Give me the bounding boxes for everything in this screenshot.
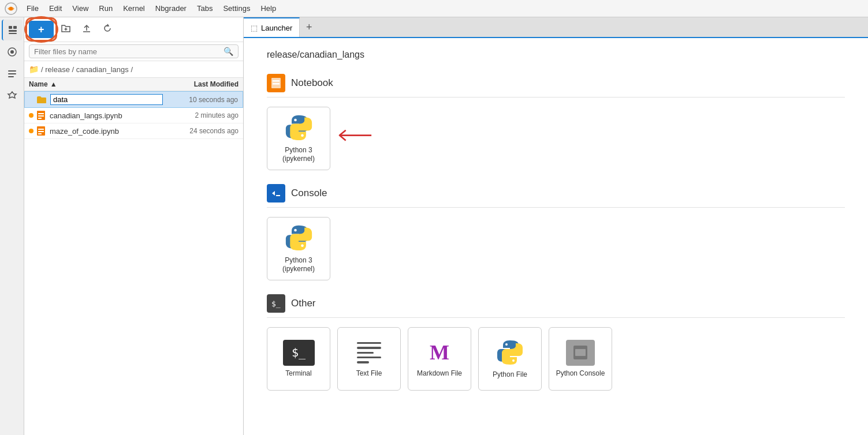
file-panel: + xyxy=(24,17,244,435)
notebook-python3-label: Python 3 (ipykernel) xyxy=(273,146,324,164)
notebook-section-header: Notebook xyxy=(267,74,845,97)
console-python3-card[interactable]: Python 3 (ipykernel) xyxy=(267,217,330,280)
new-button[interactable]: + xyxy=(29,21,54,38)
file-name: maze_of_code.ipynb xyxy=(50,127,163,136)
file-dot xyxy=(29,129,33,133)
arrow-container: Python 3 (ipykernel) xyxy=(267,107,330,170)
launcher-path: release/canadian_langs xyxy=(267,50,845,60)
menu-help[interactable]: Help xyxy=(256,3,281,14)
other-cards: $_ Terminal Text File xyxy=(267,327,845,391)
terminal-card[interactable]: $_ Terminal xyxy=(267,327,330,391)
svg-point-33 xyxy=(505,343,508,346)
other-section-header: $_ Other xyxy=(267,294,845,318)
menu-nbgrader[interactable]: Nbgrader xyxy=(151,3,191,14)
new-folder-button[interactable] xyxy=(57,21,74,38)
menu-file[interactable]: File xyxy=(22,3,43,14)
menu-edit[interactable]: Edit xyxy=(44,3,66,14)
notebook-python3-card[interactable]: Python 3 (ipykernel) xyxy=(267,107,330,170)
sidebar-icons xyxy=(0,17,24,435)
python-console-icon xyxy=(566,340,595,366)
svg-rect-25 xyxy=(273,83,280,85)
svg-rect-4 xyxy=(9,33,17,34)
column-modified-header[interactable]: Last Modified xyxy=(163,80,239,88)
new-button-icon: + xyxy=(38,24,44,35)
console-section-header: Console xyxy=(267,184,845,208)
app-logo xyxy=(5,2,17,15)
file-row[interactable]: maze_of_code.ipynb 24 seconds ago xyxy=(24,123,243,139)
notebook-icon xyxy=(36,110,46,121)
upload-button[interactable] xyxy=(78,21,95,38)
notebook-kernels: Python 3 (ipykernel) xyxy=(267,107,845,170)
svg-rect-18 xyxy=(38,118,42,119)
menu-kernel[interactable]: Kernel xyxy=(118,3,150,14)
sidebar-icon-extension[interactable] xyxy=(2,85,23,106)
file-dot xyxy=(29,97,34,102)
text-line xyxy=(357,347,381,348)
other-section-icon: $_ xyxy=(267,294,285,313)
console-section-icon xyxy=(267,184,285,202)
python-console-label: Python Console xyxy=(556,369,605,378)
menu-run[interactable]: Run xyxy=(94,3,117,14)
svg-text:$_: $_ xyxy=(271,299,281,308)
search-input[interactable] xyxy=(34,47,223,56)
search-bar: 🔍 xyxy=(24,42,243,61)
markdown-card[interactable]: M Markdown File xyxy=(408,327,471,391)
svg-rect-5 xyxy=(13,26,17,29)
breadcrumb-path: / release / canadian_langs / xyxy=(41,65,133,74)
python-logo xyxy=(283,113,315,142)
folder-icon: 📁 xyxy=(29,65,39,74)
menu-view[interactable]: View xyxy=(68,3,93,14)
text-line xyxy=(357,342,381,344)
file-list: 10 seconds ago canadian_langs.ipynb 2 mi… xyxy=(24,91,243,435)
console-section-title: Console xyxy=(291,187,327,199)
text-file-card[interactable]: Text File xyxy=(337,327,401,391)
text-line xyxy=(357,357,381,358)
file-row[interactable]: canadian_langs.ipynb 2 minutes ago xyxy=(24,108,243,123)
file-row[interactable]: 10 seconds ago xyxy=(24,91,243,108)
sidebar-icon-running[interactable] xyxy=(2,42,23,62)
svg-rect-9 xyxy=(8,73,16,74)
file-name: canadian_langs.ipynb xyxy=(50,111,163,120)
sidebar-icon-files[interactable] xyxy=(2,20,23,40)
tab-bar: ⬚ Launcher + xyxy=(244,17,868,38)
svg-point-30 xyxy=(294,229,297,232)
sidebar-icon-commands[interactable] xyxy=(2,63,23,84)
file-modified: 2 minutes ago xyxy=(163,111,239,119)
svg-rect-10 xyxy=(8,76,14,77)
new-button-wrapper: + xyxy=(29,21,54,38)
svg-rect-20 xyxy=(38,129,44,130)
svg-point-1 xyxy=(9,7,13,10)
svg-rect-21 xyxy=(38,131,44,132)
python-file-card[interactable]: Python File xyxy=(478,327,542,391)
notebook-icon xyxy=(36,126,46,136)
svg-rect-24 xyxy=(273,80,280,82)
menubar: File Edit View Run Kernel Nbgrader Tabs … xyxy=(0,0,868,17)
col-name-label: Name xyxy=(29,80,48,88)
tab-launcher[interactable]: ⬚ Launcher xyxy=(244,17,300,37)
refresh-button[interactable] xyxy=(99,21,116,38)
column-name-header[interactable]: Name ▲ xyxy=(29,80,163,88)
file-modified: 24 seconds ago xyxy=(163,127,239,135)
file-dot xyxy=(29,113,33,118)
file-modified: 10 seconds ago xyxy=(163,96,238,104)
launcher-content: release/canadian_langs Notebook xyxy=(244,38,868,435)
breadcrumb: 📁 / release / canadian_langs / xyxy=(24,61,243,78)
sort-indicator: ▲ xyxy=(50,80,57,88)
file-list-header: Name ▲ Last Modified xyxy=(24,78,243,91)
svg-point-26 xyxy=(294,119,297,122)
add-tab-button[interactable]: + xyxy=(300,17,318,37)
terminal-icon: $_ xyxy=(283,340,315,366)
console-kernels: Python 3 (ipykernel) xyxy=(267,217,845,280)
python-console-card[interactable]: Python Console xyxy=(549,327,612,391)
svg-rect-16 xyxy=(38,113,44,114)
svg-rect-22 xyxy=(38,133,42,134)
svg-rect-2 xyxy=(9,26,12,29)
file-name-input[interactable] xyxy=(50,94,163,105)
menu-tabs[interactable]: Tabs xyxy=(192,3,217,14)
python-logo-console xyxy=(283,223,315,253)
red-arrow-annotation xyxy=(330,124,377,147)
notebook-section-title: Notebook xyxy=(291,77,333,89)
search-icon: 🔍 xyxy=(223,47,233,56)
svg-point-31 xyxy=(301,244,304,247)
menu-settings[interactable]: Settings xyxy=(218,3,255,14)
